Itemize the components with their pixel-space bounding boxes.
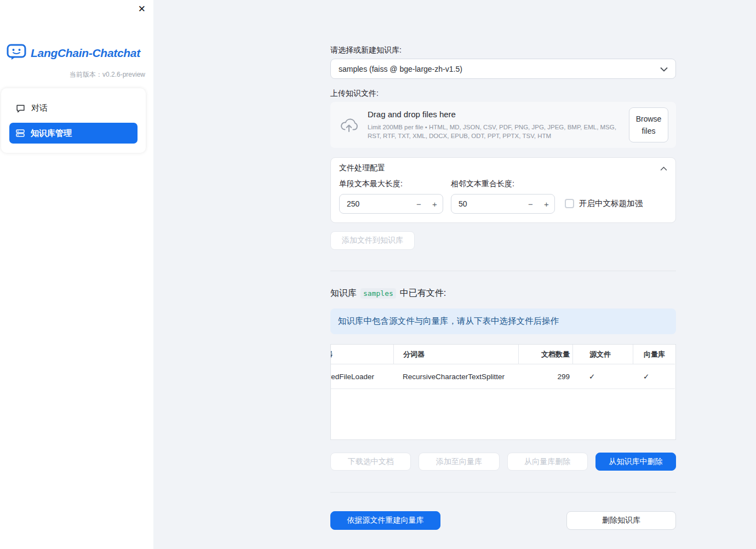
nav-menu: 对话 知识库管理	[1, 88, 146, 153]
sidebar-item-label: 知识库管理	[31, 128, 72, 139]
table-row[interactable]: UnstructuredFileLoader RecursiveCharacte…	[330, 364, 675, 389]
overlap-label: 相邻文本重合长度:	[451, 179, 555, 189]
delete-from-kb-button[interactable]: 从知识库中删除	[595, 453, 676, 471]
chat-bubble-icon	[16, 104, 25, 113]
max-length-label: 单段文本最大长度:	[339, 179, 443, 189]
version-text: 当前版本：v0.2.6-preview	[0, 70, 153, 79]
expander-title: 文件处理配置	[339, 163, 385, 173]
cell-doc-count: 299	[518, 364, 572, 388]
divider	[330, 492, 676, 493]
kb-select-value: samples (faiss @ bge-large-zh-v1.5)	[339, 65, 462, 73]
info-text: 知识库中包含源文件与向量库，请从下表中选择文件后操作	[338, 316, 559, 327]
cell-source-check: ✓	[572, 364, 633, 388]
main-content: 请选择或新建知识库: samples (faiss @ bge-large-zh…	[330, 0, 676, 530]
browse-files-button[interactable]: Browse files	[629, 107, 668, 143]
sidebar-item-label: 对话	[31, 103, 48, 113]
file-action-buttons: 下载选中文档 添加至向量库 从向量库删除 从知识库中删除	[330, 453, 676, 471]
kb-stack-icon	[16, 129, 25, 138]
delete-kb-button[interactable]: 删除知识库	[566, 511, 676, 530]
checkbox-label: 开启中文标题加强	[579, 198, 643, 209]
kb-files-heading: 知识库 samples 中已有文件:	[330, 288, 676, 299]
close-icon: ✕	[138, 4, 146, 14]
kb-name-code: samples	[360, 288, 396, 299]
logo-icon	[7, 44, 26, 62]
col-header-doc-count: 文档数量	[518, 345, 572, 364]
zh-title-checkbox[interactable]: 开启中文标题加强	[565, 198, 643, 209]
divider	[330, 271, 676, 271]
cloud-upload-icon	[339, 118, 359, 133]
uploader-texts: Drag and drop files here Limit 200MB per…	[368, 110, 629, 140]
kb-selectbox[interactable]: samples (faiss @ bge-large-zh-v1.5)	[330, 59, 676, 79]
increment-button[interactable]: +	[539, 199, 554, 209]
sidebar-item-kb-management[interactable]: 知识库管理	[9, 123, 138, 144]
max-length-value: 250	[347, 199, 411, 208]
overlap-input[interactable]: 50 − +	[451, 194, 555, 214]
file-uploader-dropzone[interactable]: Drag and drop files here Limit 200MB per…	[330, 102, 676, 148]
expander-header[interactable]: 文件处理配置	[331, 158, 675, 178]
decrement-button[interactable]: −	[411, 199, 427, 209]
kb-files-suffix: 中已有文件:	[400, 288, 446, 299]
expander-body: 单段文本最大长度: 250 − + 相邻文本重合长度: 50 − + 开启中文标…	[331, 178, 675, 222]
cell-loader: UnstructuredFileLoader	[330, 364, 393, 388]
sidebar-item-chat[interactable]: 对话	[9, 98, 138, 118]
files-table-inner: 文档加载器 分词器 文档数量 源文件 向量库 UnstructuredFileL…	[330, 345, 675, 439]
app-logo: LangChain-Chatchat	[0, 44, 153, 62]
logo-text: LangChain-Chatchat	[31, 47, 140, 60]
chevron-up-icon	[660, 164, 667, 173]
add-to-vector-button[interactable]: 添加至向量库	[419, 453, 499, 471]
chevron-down-icon	[660, 65, 668, 73]
download-selected-button[interactable]: 下载选中文档	[330, 453, 411, 471]
cell-splitter: RecursiveCharacterTextSplitter	[393, 364, 518, 388]
kb-select-label: 请选择或新建知识库:	[330, 45, 676, 54]
config-expander: 文件处理配置 单段文本最大长度: 250 − + 相邻文本重合长度: 50 − …	[330, 157, 676, 223]
kb-action-buttons: 依据源文件重建向量库 删除知识库	[330, 511, 676, 530]
uploader-title: Drag and drop files here	[368, 110, 629, 119]
files-table[interactable]: 文档加载器 分词器 文档数量 源文件 向量库 UnstructuredFileL…	[330, 344, 676, 440]
overlap-value: 50	[459, 199, 523, 208]
max-length-input[interactable]: 250 − +	[339, 194, 443, 214]
delete-from-vector-button[interactable]: 从向量库删除	[507, 453, 588, 471]
table-empty-area	[330, 389, 675, 439]
add-files-button[interactable]: 添加文件到知识库	[330, 231, 415, 250]
checkbox-box[interactable]	[565, 199, 574, 208]
upload-label: 上传知识文件:	[330, 89, 676, 98]
close-sidebar-button[interactable]: ✕	[138, 3, 146, 16]
max-length-field: 单段文本最大长度: 250 − +	[339, 179, 443, 214]
col-header-source: 源文件	[572, 345, 633, 364]
info-banner: 知识库中包含源文件与向量库，请从下表中选择文件后操作	[330, 308, 676, 334]
uploader-limit: Limit 200MB per file • HTML, MD, JSON, C…	[368, 123, 629, 140]
col-header-vector: 向量库	[633, 345, 675, 364]
col-header-loader: 文档加载器	[330, 345, 393, 364]
increment-button[interactable]: +	[427, 199, 443, 209]
rebuild-vector-button[interactable]: 依据源文件重建向量库	[330, 511, 440, 530]
col-header-splitter: 分词器	[393, 345, 518, 364]
sidebar: ✕ LangChain-Chatchat 当前版本：v0.2.6-preview…	[0, 0, 153, 549]
kb-files-prefix: 知识库	[330, 288, 357, 299]
decrement-button[interactable]: −	[523, 199, 539, 209]
cell-vector-check: ✓	[633, 364, 675, 388]
table-header-row: 文档加载器 分词器 文档数量 源文件 向量库	[330, 345, 675, 364]
overlap-field: 相邻文本重合长度: 50 − +	[451, 179, 555, 214]
